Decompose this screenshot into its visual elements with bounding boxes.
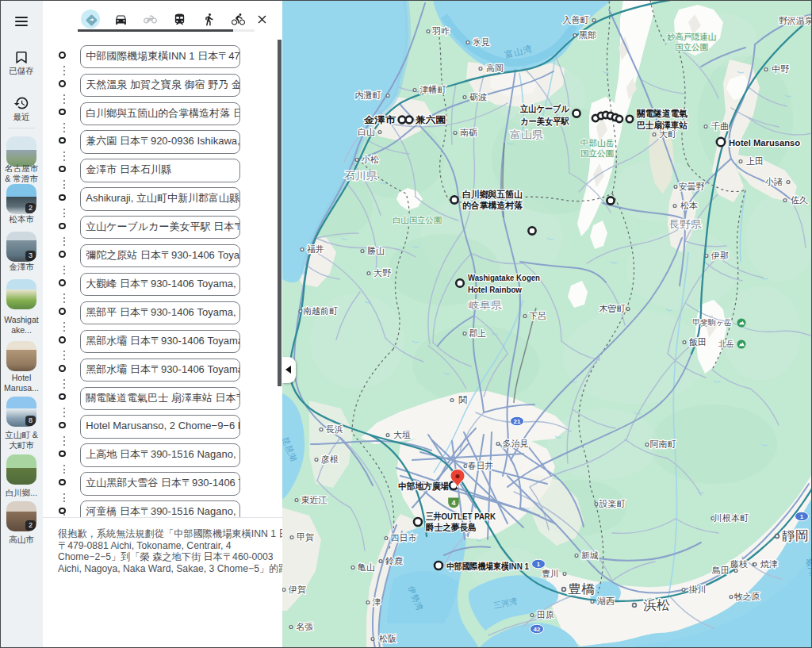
svg-text:郡上: 郡上	[469, 328, 486, 338]
svg-text:富山県: 富山県	[510, 129, 544, 140]
svg-text:21: 21	[514, 418, 521, 425]
svg-text:妙高戸隠連山: 妙高戸隠連山	[667, 32, 716, 41]
svg-text:金澤市: 金澤市	[363, 114, 396, 125]
svg-text:浜松: 浜松	[643, 598, 670, 612]
svg-text:国立公園: 国立公園	[675, 42, 708, 52]
svg-text:安曇野: 安曇野	[679, 182, 705, 191]
svg-text:中部山岳: 中部山岳	[580, 138, 615, 148]
svg-text:亀山: 亀山	[358, 562, 375, 572]
svg-text:津幡町: 津幡町	[420, 85, 446, 94]
svg-text:高岡: 高岡	[486, 63, 504, 73]
svg-text:長浜: 長浜	[326, 424, 343, 434]
svg-text:彦根: 彦根	[321, 454, 339, 464]
svg-text:南砺: 南砺	[460, 128, 477, 137]
svg-text:豊川: 豊川	[542, 569, 559, 578]
svg-text:千曲: 千曲	[711, 121, 729, 131]
svg-text:石川県: 石川県	[344, 171, 378, 182]
svg-text:藤枝: 藤枝	[730, 559, 748, 569]
svg-text:木曽町: 木曽町	[599, 304, 626, 313]
svg-text:甲斐駒ヶ岳: 甲斐駒ヶ岳	[692, 318, 732, 327]
svg-text:津: 津	[373, 597, 381, 607]
svg-text:Washigatake Kogen: Washigatake Kogen	[468, 273, 540, 282]
svg-text:4: 4	[451, 499, 455, 507]
svg-text:大野: 大野	[373, 268, 391, 278]
svg-text:砺波: 砺波	[469, 92, 487, 102]
svg-text:羽咋: 羽咋	[432, 26, 450, 36]
svg-text:大町: 大町	[659, 129, 676, 139]
svg-text:42: 42	[534, 626, 541, 633]
svg-text:1: 1	[537, 561, 541, 568]
svg-text:巴士扇澤車站: 巴士扇澤車站	[637, 120, 688, 130]
svg-text:福井: 福井	[307, 244, 324, 254]
svg-text:国立公園: 国立公園	[580, 148, 614, 158]
svg-text:小諸: 小諸	[764, 177, 783, 186]
svg-text:爵士之夢長島: 爵士之夢長島	[425, 522, 477, 532]
svg-text:靜岡: 靜岡	[782, 529, 809, 543]
svg-text:春日井: 春日井	[468, 461, 494, 470]
svg-text:1: 1	[800, 513, 804, 520]
svg-text:氷見: 氷見	[473, 37, 490, 47]
svg-text:中部地方廣場: 中部地方廣場	[398, 481, 449, 492]
svg-text:名張: 名張	[296, 622, 313, 631]
svg-text:甲賀: 甲賀	[297, 532, 314, 542]
svg-text:掛川: 掛川	[688, 585, 707, 594]
svg-text:四日市: 四日市	[391, 533, 417, 543]
svg-text:中部國際機場東橫INN 1: 中部國際機場東橫INN 1	[446, 562, 530, 572]
svg-text:関: 関	[459, 395, 468, 405]
svg-text:田原: 田原	[537, 610, 554, 619]
svg-text:南越前町: 南越前町	[303, 306, 338, 316]
svg-text:長野県: 長野県	[668, 219, 703, 230]
svg-text:小松: 小松	[361, 155, 379, 164]
svg-text:下呂: 下呂	[529, 311, 546, 320]
svg-text:鈴鹿: 鈴鹿	[385, 556, 403, 566]
svg-text:伊賀: 伊賀	[288, 585, 306, 594]
svg-text:三井OUTLET PARK: 三井OUTLET PARK	[426, 512, 496, 521]
svg-text:焼津: 焼津	[760, 559, 778, 569]
svg-text:カー美女平駅: カー美女平駅	[520, 116, 569, 127]
svg-text:入善町: 入善町	[563, 15, 589, 25]
svg-text:中野: 中野	[772, 64, 789, 74]
svg-text:伊那: 伊那	[710, 251, 729, 260]
svg-text:豊橋: 豊橋	[568, 582, 595, 596]
svg-text:多治見: 多治見	[503, 439, 529, 448]
svg-text:阿南町: 阿南町	[650, 439, 676, 449]
svg-text:岐阜県: 岐阜県	[469, 300, 503, 311]
svg-text:東近江: 東近江	[301, 495, 327, 504]
svg-text:關電隧道電氣: 關電隧道電氣	[636, 109, 688, 118]
svg-text:Hotel Marusanso: Hotel Marusanso	[729, 138, 800, 148]
svg-text:川根本町: 川根本町	[714, 513, 749, 523]
svg-text:大垣: 大垣	[393, 430, 411, 439]
svg-text:Hotel Rainbow: Hotel Rainbow	[468, 285, 522, 294]
svg-text:佐久: 佐久	[791, 195, 808, 205]
svg-text:北岳: 北岳	[718, 339, 734, 348]
svg-text:野沢温泉: 野沢温泉	[779, 16, 812, 25]
svg-text:島田: 島田	[712, 566, 730, 575]
svg-text:設楽町: 設楽町	[599, 499, 626, 508]
svg-text:内灘町: 内灘町	[355, 90, 381, 100]
svg-text:松阪: 松阪	[379, 634, 396, 643]
svg-text:牧之原: 牧之原	[734, 592, 760, 601]
svg-text:湖西: 湖西	[596, 596, 615, 606]
svg-text:兼六園: 兼六園	[415, 114, 446, 125]
svg-text:松本: 松本	[680, 201, 698, 210]
svg-text:勝山: 勝山	[367, 246, 385, 255]
svg-text:白山: 白山	[358, 127, 375, 136]
svg-text:新城: 新城	[581, 550, 599, 560]
svg-text:飯田: 飯田	[689, 337, 707, 347]
svg-text:上田: 上田	[746, 156, 764, 166]
svg-text:黑部: 黑部	[579, 30, 596, 40]
svg-text:白山国立公園: 白山国立公園	[393, 215, 442, 224]
svg-text:立山ケーブル: 立山ケーブル	[519, 104, 570, 113]
svg-text:白川鄉與五箇山: 白川鄉與五箇山	[462, 190, 523, 200]
svg-text:的合掌構造村落: 的合掌構造村落	[462, 201, 523, 210]
